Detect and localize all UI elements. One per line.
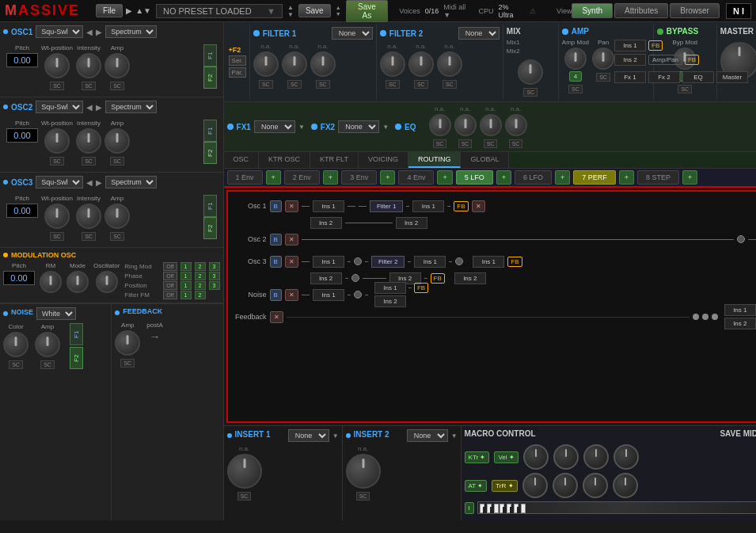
- mod-tab-8step[interactable]: 8 STEP: [637, 170, 679, 185]
- osc1-amp-knob[interactable]: [104, 53, 130, 78]
- osc1-x-btn[interactable]: ✕: [285, 200, 298, 212]
- osc2-b-btn[interactable]: B: [270, 234, 282, 246]
- mix-knob[interactable]: [518, 59, 543, 85]
- filter1-knob1[interactable]: [253, 51, 279, 77]
- osc2-mode-select[interactable]: Squ-Swl: [36, 101, 83, 113]
- mod-7perf-plus-btn[interactable]: +: [619, 170, 634, 185]
- osc3-intensity-sc[interactable]: SC: [82, 232, 96, 241]
- filter1-type-select[interactable]: None: [332, 27, 373, 40]
- tab-voicing[interactable]: VOICING: [359, 152, 408, 168]
- filter2-knob3[interactable]: [437, 51, 462, 77]
- feedback-a1-dot[interactable]: [693, 314, 699, 320]
- feedback-rins1-box[interactable]: Ins 1: [724, 304, 756, 316]
- mix-sc[interactable]: SC: [523, 88, 538, 97]
- mod-tab-4env[interactable]: 4 Env: [398, 170, 434, 185]
- osc3-arr-left[interactable]: ◀: [86, 178, 93, 187]
- macro-knob7[interactable]: [583, 473, 608, 498]
- osc3-b-btn[interactable]: B: [270, 256, 282, 268]
- preset-name-display[interactable]: NO PRESET LOADED ▼: [156, 4, 283, 18]
- macro-at-btn[interactable]: AT ✦: [465, 480, 488, 492]
- macro-i-btn[interactable]: I: [465, 502, 474, 514]
- osc3-f2-button[interactable]: F2: [203, 217, 217, 239]
- feedback-amp-sc[interactable]: SC: [120, 359, 135, 367]
- osc3-amp-sc[interactable]: SC: [110, 232, 124, 241]
- osc2-f1-button[interactable]: F1: [203, 120, 217, 142]
- eq-k1-sc[interactable]: SC: [433, 139, 447, 148]
- filter-fm-2-btn[interactable]: 2: [195, 291, 206, 299]
- tab-synth[interactable]: Synth: [572, 3, 613, 18]
- noise-amp-sc[interactable]: SC: [40, 360, 55, 369]
- osc2-intensity-sc[interactable]: SC: [82, 157, 96, 166]
- filter2-route-box[interactable]: Filter 2: [371, 256, 405, 268]
- tab-routing[interactable]: ROUTING: [408, 152, 462, 168]
- osc1-pitch-value[interactable]: 0.00: [6, 53, 38, 67]
- insert1-knob1[interactable]: [227, 454, 262, 489]
- filter1-route-box[interactable]: Filter 1: [370, 200, 403, 212]
- filter2-knob1[interactable]: [380, 51, 405, 77]
- eq-knob1[interactable]: [429, 114, 451, 136]
- ring-mod-2-btn[interactable]: 2: [195, 262, 206, 271]
- ring-mod-off-btn[interactable]: Off: [163, 262, 177, 271]
- filter2-knob2[interactable]: [408, 51, 434, 77]
- macro-knob5[interactable]: [522, 473, 548, 498]
- noise-route-circle[interactable]: [354, 291, 362, 299]
- osc3-x-btn[interactable]: ✕: [285, 256, 298, 268]
- insert1-type-select[interactable]: None: [288, 429, 329, 442]
- arrow-up-icon[interactable]: ▲: [336, 5, 341, 10]
- osc3-spectrum-select[interactable]: Spectrum: [105, 176, 157, 188]
- noise-x-btn[interactable]: ✕: [285, 289, 298, 301]
- amp-pan-sc[interactable]: SC: [596, 73, 610, 82]
- phase-3-btn[interactable]: 3: [209, 272, 220, 280]
- osc3-pitch-value[interactable]: 0.00: [6, 204, 38, 218]
- noise-rins2-box[interactable]: Ins 2: [374, 295, 406, 307]
- noise-type-select[interactable]: White: [36, 307, 76, 320]
- osc1-intensity-knob[interactable]: [76, 53, 101, 78]
- amp-mod-knob[interactable]: [564, 48, 587, 70]
- noise-b-btn[interactable]: B: [270, 289, 282, 301]
- filter2-k3-sc[interactable]: SC: [443, 80, 457, 89]
- piano-keys[interactable]: [477, 501, 756, 514]
- feedback-amp-knob[interactable]: [115, 330, 140, 356]
- mod-oscillator-knob[interactable]: [96, 271, 118, 293]
- filter2-k2-sc[interactable]: SC: [414, 80, 428, 89]
- position-off-btn[interactable]: Off: [163, 281, 177, 290]
- osc1-ins1-out-box[interactable]: Ins 1: [412, 200, 444, 212]
- filter1-knob3[interactable]: [310, 51, 336, 77]
- insert2-sc[interactable]: SC: [356, 492, 370, 501]
- fx2-type-select[interactable]: None: [338, 120, 379, 133]
- osc1-arr-right[interactable]: ▶: [96, 28, 102, 36]
- macro-vel-btn[interactable]: Vel ✦: [494, 451, 518, 463]
- macro-knob2[interactable]: [553, 444, 579, 470]
- osc1-ins2-box[interactable]: Ins 2: [310, 217, 342, 229]
- file-button[interactable]: File: [96, 4, 123, 17]
- ring-mod-3-btn[interactable]: 3: [209, 262, 220, 271]
- phase-2-btn[interactable]: 2: [195, 272, 206, 280]
- mod-2env-plus-btn[interactable]: +: [323, 170, 338, 185]
- noise-color-knob[interactable]: [3, 332, 28, 357]
- amp-pan-knob[interactable]: [592, 48, 614, 70]
- filter1-k3-sc[interactable]: SC: [316, 80, 330, 89]
- mod-tab-7perf[interactable]: 7 PERF: [573, 170, 616, 185]
- filter2-k1-sc[interactable]: SC: [386, 80, 400, 89]
- macro-knob4[interactable]: [614, 444, 639, 470]
- tab-ktr-osc[interactable]: KTR OSC: [259, 152, 310, 168]
- osc1-wt-sc[interactable]: SC: [50, 82, 64, 90]
- noise-f2-button[interactable]: F2: [70, 347, 83, 369]
- tab-attributes[interactable]: Attributes: [614, 3, 668, 18]
- position-2-btn[interactable]: 2: [195, 281, 206, 290]
- mod-3env-plus-btn[interactable]: +: [380, 170, 395, 185]
- noise-f1-button[interactable]: F1: [70, 323, 83, 345]
- bypass-sc[interactable]: SC: [678, 85, 692, 93]
- mod-mode-knob[interactable]: [66, 271, 89, 293]
- mod-tab-2env[interactable]: 2 Env: [284, 170, 320, 185]
- noise-color-sc[interactable]: SC: [9, 360, 23, 369]
- osc3-ins1-box[interactable]: Ins 1: [313, 256, 344, 268]
- tab-ktr-flt[interactable]: KTR FLT: [310, 152, 359, 168]
- filter1-k1-sc[interactable]: SC: [259, 80, 273, 89]
- amp-mod-sc[interactable]: SC: [568, 85, 583, 93]
- noise-ins1-box[interactable]: Ins 1: [313, 289, 344, 301]
- osc3-route-circle[interactable]: [354, 257, 362, 265]
- osc2-pitch-value[interactable]: 0.00: [6, 128, 38, 143]
- osc2-arr-left[interactable]: ◀: [86, 103, 93, 112]
- osc3-amp-knob[interactable]: [104, 204, 130, 229]
